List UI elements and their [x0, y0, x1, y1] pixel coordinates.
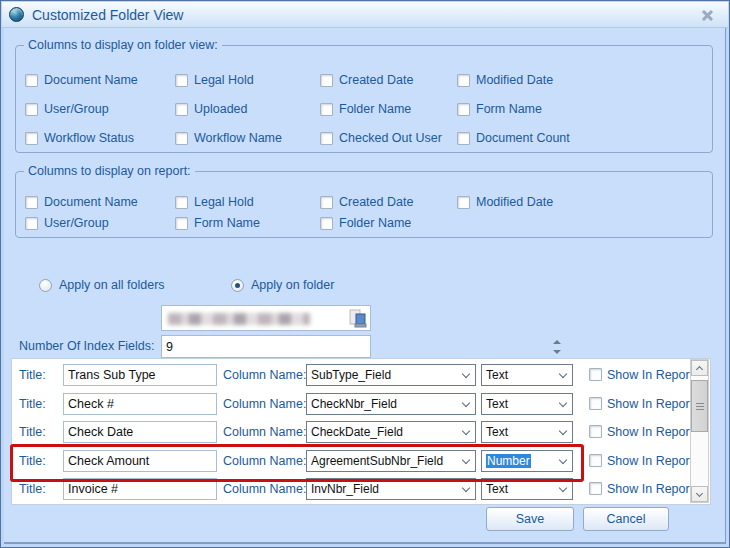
- row-4-show-in-report-checkbox[interactable]: [589, 454, 602, 467]
- workflow-name-checkbox[interactable]: [175, 132, 188, 145]
- checkbox-label: Checked Out User: [339, 131, 442, 145]
- index-field-row: Title: Column Name: SubType_Field Text S…: [11, 364, 687, 386]
- column-name-label: Column Name:: [223, 364, 306, 386]
- document-count-checkbox[interactable]: [457, 132, 470, 145]
- uploaded-checkbox[interactable]: [175, 103, 188, 116]
- row-2-title-input[interactable]: [63, 393, 217, 415]
- row-3-type-select[interactable]: Text: [481, 421, 573, 443]
- row-4-column-select[interactable]: AgreementSubNbr_Field: [306, 450, 476, 472]
- index-fields-count-input[interactable]: [161, 335, 371, 358]
- row-2-column-select[interactable]: CheckNbr_Field: [306, 393, 476, 415]
- row-5-show-in-report-checkbox[interactable]: [589, 482, 602, 495]
- checkbox-label: Folder Name: [339, 102, 411, 116]
- row-4-type-select[interactable]: Number: [481, 450, 573, 472]
- close-button[interactable]: [700, 8, 714, 22]
- modified-date-checkbox[interactable]: [457, 74, 470, 87]
- row-1-title-input[interactable]: [63, 364, 217, 386]
- checkbox-label: Created Date: [339, 73, 413, 87]
- row-5-type-select[interactable]: Text: [481, 478, 573, 500]
- group-legend: Columns to display on report:: [24, 164, 195, 178]
- select-value: SubType_Field: [311, 368, 391, 382]
- chevron-down-icon: [559, 427, 567, 435]
- select-value: CheckNbr_Field: [311, 397, 397, 411]
- checkbox-label: Document Name: [44, 195, 138, 209]
- radio-selected-dot: [235, 283, 240, 288]
- spinner-down-icon[interactable]: [553, 350, 561, 354]
- checkbox-label: Legal Hold: [194, 73, 254, 87]
- title-bar: Customized Folder View: [2, 2, 728, 28]
- column-name-label: Column Name:: [223, 478, 306, 500]
- index-field-row-highlighted: Title: Column Name: AgreementSubNbr_Fiel…: [11, 450, 687, 472]
- created-date-report-checkbox[interactable]: [320, 196, 333, 209]
- checkbox-label: Uploaded: [194, 102, 248, 116]
- save-button[interactable]: Save: [486, 507, 574, 531]
- chevron-down-icon: [559, 484, 567, 492]
- scroll-thumb[interactable]: [691, 380, 708, 432]
- customized-folder-view-dialog: Customized Folder View Columns to displa…: [0, 0, 730, 548]
- rows-scrollbar[interactable]: [690, 359, 709, 503]
- scroll-down-button[interactable]: [691, 486, 708, 502]
- globe-icon: [9, 7, 24, 22]
- select-value: AgreementSubNbr_Field: [311, 454, 443, 468]
- radio-label: Apply on folder: [251, 278, 334, 292]
- row-2-type-select[interactable]: Text: [481, 393, 573, 415]
- chevron-down-icon: [462, 484, 470, 492]
- title-label: Title:: [19, 421, 46, 443]
- thumb-grip-icon: [696, 403, 704, 410]
- document-name-checkbox[interactable]: [25, 74, 38, 87]
- apply-on-folder-radio[interactable]: [231, 279, 244, 292]
- user-group-report-checkbox[interactable]: [25, 217, 38, 230]
- radio-label: Apply on all folders: [59, 278, 165, 292]
- show-in-report-label: Show In Report: [607, 364, 693, 386]
- user-group-checkbox[interactable]: [25, 103, 38, 116]
- index-field-row: Title: Column Name: CheckNbr_Field Text …: [11, 393, 687, 415]
- row-3-column-select[interactable]: CheckDate_Field: [306, 421, 476, 443]
- title-label: Title:: [19, 450, 46, 472]
- browse-icon[interactable]: [347, 309, 367, 329]
- spinner-up-icon[interactable]: [553, 340, 561, 344]
- title-label: Title:: [19, 478, 46, 500]
- index-fields-count-label: Number Of Index Fields:: [19, 339, 154, 353]
- checkbox-label: Document Count: [476, 131, 570, 145]
- show-in-report-label: Show In Report: [607, 478, 693, 500]
- checkbox-label: Folder Name: [339, 216, 411, 230]
- row-3-show-in-report-checkbox[interactable]: [589, 425, 602, 438]
- row-1-show-in-report-checkbox[interactable]: [589, 368, 602, 381]
- scroll-up-button[interactable]: [691, 360, 708, 376]
- modified-date-report-checkbox[interactable]: [457, 196, 470, 209]
- form-name-checkbox[interactable]: [457, 103, 470, 116]
- checkbox-label: Legal Hold: [194, 195, 254, 209]
- workflow-status-checkbox[interactable]: [25, 132, 38, 145]
- folder-name-checkbox[interactable]: [320, 103, 333, 116]
- legal-hold-report-checkbox[interactable]: [175, 196, 188, 209]
- form-name-report-checkbox[interactable]: [175, 217, 188, 230]
- select-value: InvNbr_Field: [311, 482, 379, 496]
- column-name-label: Column Name:: [223, 450, 306, 472]
- checkbox-label: Form Name: [476, 102, 542, 116]
- cancel-button[interactable]: Cancel: [583, 507, 669, 531]
- chevron-down-icon: [462, 370, 470, 378]
- created-date-checkbox[interactable]: [320, 74, 333, 87]
- checkbox-label: Document Name: [44, 73, 138, 87]
- chevron-down-icon: [559, 370, 567, 378]
- row-5-column-select[interactable]: InvNbr_Field: [306, 478, 476, 500]
- folder-target-input[interactable]: [161, 305, 371, 331]
- apply-all-folders-radio[interactable]: [39, 279, 52, 292]
- column-name-label: Column Name:: [223, 393, 306, 415]
- row-1-type-select[interactable]: Text: [481, 364, 573, 386]
- row-2-show-in-report-checkbox[interactable]: [589, 397, 602, 410]
- checkbox-label: Workflow Name: [194, 131, 282, 145]
- show-in-report-label: Show In Report: [607, 450, 693, 472]
- legal-hold-checkbox[interactable]: [175, 74, 188, 87]
- row-5-title-input[interactable]: [63, 478, 217, 500]
- checked-out-user-checkbox[interactable]: [320, 132, 333, 145]
- select-value: Text: [486, 482, 508, 496]
- count-spinner[interactable]: [551, 339, 563, 355]
- document-name-report-checkbox[interactable]: [25, 196, 38, 209]
- row-3-title-input[interactable]: [63, 421, 217, 443]
- title-label: Title:: [19, 364, 46, 386]
- row-1-column-select[interactable]: SubType_Field: [306, 364, 476, 386]
- row-4-title-input[interactable]: [63, 450, 217, 472]
- select-value: Text: [486, 368, 508, 382]
- folder-name-report-checkbox[interactable]: [320, 217, 333, 230]
